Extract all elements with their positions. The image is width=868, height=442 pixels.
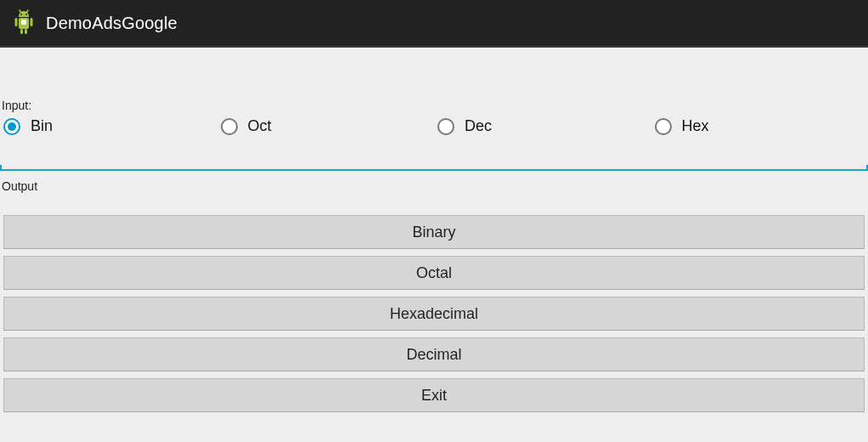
content-area: Input: Bin Oct Dec Hex Output Binary Oct… [0,99,868,412]
radio-dec[interactable]: Dec [434,117,651,135]
radio-bin-indicator [3,118,20,135]
binary-button[interactable]: Binary [3,215,865,249]
radio-bin-label: Bin [31,117,53,135]
number-input[interactable] [0,142,868,171]
radio-bin[interactable]: Bin [0,117,217,135]
radio-dec-indicator [437,118,454,135]
radio-dec-label: Dec [465,117,492,135]
output-buttons: Binary Octal Hexadecimal Decimal Exit [0,215,868,412]
svg-rect-8 [25,29,27,34]
octal-button[interactable]: Octal [3,256,865,290]
svg-line-0 [20,10,21,13]
svg-rect-7 [20,29,23,34]
radio-hex-label: Hex [682,117,709,135]
decimal-button[interactable]: Decimal [3,337,865,371]
input-radio-group: Bin Oct Dec Hex [0,117,868,135]
hexadecimal-button[interactable]: Hexadecimal [3,297,865,331]
svg-line-1 [26,10,28,13]
input-label: Input: [2,99,868,112]
output-label: Output [2,179,868,193]
svg-rect-9 [21,20,26,25]
radio-oct-label: Oct [248,117,272,135]
svg-point-3 [25,14,27,15]
svg-rect-5 [15,18,18,26]
radio-oct[interactable]: Oct [217,117,435,135]
radio-oct-indicator [221,118,238,135]
exit-button[interactable]: Exit [3,378,865,412]
input-field-wrap [0,142,868,171]
radio-hex-indicator [655,118,672,135]
svg-rect-6 [31,18,33,26]
svg-point-2 [20,14,22,15]
app-icon [10,9,37,37]
radio-hex[interactable]: Hex [651,117,869,135]
app-title: DemoAdsGoogle [46,14,178,33]
action-bar: DemoAdsGoogle [0,0,868,48]
